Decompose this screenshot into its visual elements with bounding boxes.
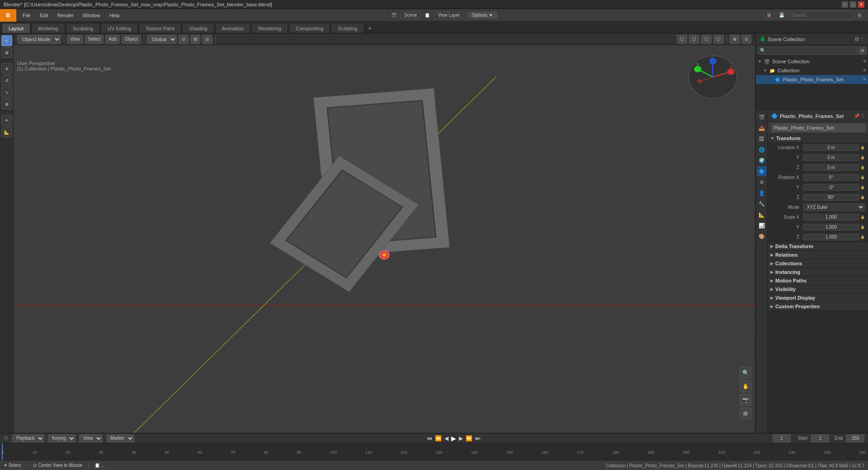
menu-render[interactable]: Render: [53, 9, 78, 21]
rotation-z-lock[interactable]: 🔒: [860, 195, 865, 199]
tab-shading[interactable]: Shading: [182, 23, 214, 33]
transform-space[interactable]: Global: [147, 35, 177, 44]
output-prop-icon[interactable]: 📤: [757, 123, 767, 133]
layout-button[interactable]: ⊞: [764, 12, 774, 19]
rotate-tool[interactable]: ↺: [1, 75, 12, 86]
tab-animation[interactable]: Animation: [215, 23, 251, 33]
outliner-menu-icon[interactable]: ⋮: [860, 36, 865, 42]
location-x-lock[interactable]: 🔒: [860, 146, 865, 150]
scene-prop-icon[interactable]: 🌐: [757, 145, 767, 155]
filter-button[interactable]: ⊟: [854, 12, 864, 19]
location-y-value[interactable]: 0 m: [803, 154, 859, 161]
tab-rendering[interactable]: Rendering: [251, 23, 288, 33]
minimize-button[interactable]: ─: [842, 1, 848, 8]
collections-section-header[interactable]: ▶ Collections: [768, 259, 868, 268]
scale-z-value[interactable]: 1.000: [803, 234, 859, 240]
material-prop-icon[interactable]: 🎨: [757, 231, 767, 241]
viewport-shade-render[interactable]: ⬡: [713, 35, 724, 44]
proportional-edit[interactable]: ◎: [202, 35, 212, 44]
physics-prop-icon[interactable]: 🔧: [757, 199, 767, 209]
menu-file[interactable]: File: [18, 9, 35, 21]
tab-modeling[interactable]: Modeling: [31, 23, 65, 33]
close-button[interactable]: ✕: [858, 1, 864, 8]
options-button[interactable]: Options ▼: [468, 12, 497, 19]
constraints-prop-icon[interactable]: 📐: [757, 210, 767, 220]
select-menu[interactable]: Select: [85, 35, 104, 44]
save-button[interactable]: 💾: [776, 12, 788, 19]
tab-sculpting[interactable]: Sculpting: [66, 23, 100, 33]
jump-end-btn[interactable]: ⏭: [474, 435, 481, 442]
scale-y-value[interactable]: 1.000: [803, 224, 859, 230]
vis-icon-3[interactable]: 👁: [863, 77, 867, 82]
modifier-prop-icon[interactable]: ⚙: [757, 177, 767, 187]
gizmo-toggle[interactable]: ⊕: [730, 35, 740, 44]
snap-toggle[interactable]: ⊞: [190, 35, 200, 44]
view-select[interactable]: View: [79, 434, 103, 442]
rotation-x-lock[interactable]: 🔒: [860, 175, 865, 179]
outliner-item-scene-collection[interactable]: ▼ 🎬 Scene Collection 👁: [756, 57, 868, 66]
scale-x-lock[interactable]: 🔒: [860, 215, 865, 219]
viewport-canvas[interactable]: X Y Z User Perspective (1) Collect: [14, 45, 755, 433]
outliner-item-collection[interactable]: ▼ 📁 Collection 👁: [756, 66, 868, 75]
tab-uv-editing[interactable]: UV Editing: [101, 23, 138, 33]
play-btn[interactable]: ▶: [450, 435, 457, 442]
scale-y-lock[interactable]: 🔒: [860, 225, 865, 229]
visibility-section-header[interactable]: ▶ Visibility: [768, 285, 868, 293]
data-prop-icon[interactable]: 📊: [757, 221, 767, 230]
measure-tool[interactable]: 📐: [1, 127, 12, 137]
outliner-item-frames[interactable]: 🔷 Plastic_Photo_Frames_Set 👁: [756, 75, 868, 84]
render-prop-icon[interactable]: 🎬: [757, 112, 767, 122]
location-y-lock[interactable]: 🔒: [860, 155, 865, 160]
view-layer-prop-icon[interactable]: 🖼: [757, 134, 767, 144]
vis-icon[interactable]: 👁: [863, 59, 867, 64]
object-prop-icon[interactable]: 🔷: [757, 166, 767, 176]
tab-texture-paint[interactable]: Texture Paint: [139, 23, 181, 33]
location-z-lock[interactable]: 🔒: [860, 165, 865, 169]
viewport-shade-solid[interactable]: ⬡: [689, 35, 699, 44]
mode-select[interactable]: Object Mode: [17, 35, 61, 44]
next-keyframe-btn[interactable]: ▶: [458, 435, 464, 442]
overlay-toggle[interactable]: ⊙: [741, 35, 751, 44]
move-tool[interactable]: ✛: [1, 63, 12, 74]
motion-paths-section-header[interactable]: ▶ Motion Paths: [768, 277, 868, 285]
camera-icon[interactable]: 📷: [740, 394, 751, 406]
delta-section-header[interactable]: ▶ Delta Transform: [768, 242, 868, 250]
prop-object-name-input[interactable]: Plastic_Photo_Frames_Set: [771, 124, 865, 132]
add-workspace-button[interactable]: +: [365, 23, 375, 33]
viewport-3d[interactable]: Object Mode View Select Add Object Globa…: [14, 33, 755, 433]
relations-section-header[interactable]: ▶ Relations: [768, 251, 868, 259]
vis-icon-2[interactable]: 👁: [863, 68, 867, 73]
zoom-icon[interactable]: 🔍: [740, 367, 751, 379]
cursor-tool[interactable]: ⊕: [1, 47, 12, 58]
end-frame-input[interactable]: 250: [846, 434, 864, 442]
timeline-track[interactable]: 1 10 20 30 40 50 60 70 80 90 100 110 120…: [0, 443, 868, 460]
prop-menu-icon[interactable]: ⋮: [860, 113, 865, 118]
prev-keyframe-btn[interactable]: ◀: [443, 435, 449, 442]
custom-properties-section-header[interactable]: ▶ Custom Properties: [768, 302, 868, 310]
next-frame-btn[interactable]: ⏩: [465, 435, 473, 442]
outliner-filter-btn[interactable]: ⊟: [859, 47, 867, 55]
scale-tool[interactable]: ⤡: [1, 87, 12, 98]
select-tool[interactable]: ↖: [1, 35, 12, 46]
viewport-display-section-header[interactable]: ▶ Viewport Display: [768, 294, 868, 302]
jump-start-btn[interactable]: ⏮: [426, 435, 433, 442]
object-menu[interactable]: Object: [122, 35, 141, 44]
outliner-search[interactable]: [758, 47, 858, 55]
maximize-button[interactable]: □: [850, 1, 856, 8]
viewport-shade-wire[interactable]: ⬡: [677, 35, 687, 44]
rotation-y-lock[interactable]: 🔒: [860, 185, 865, 189]
view-menu[interactable]: View: [67, 35, 83, 44]
world-prop-icon[interactable]: 🌍: [757, 155, 767, 165]
rotation-x-value[interactable]: 0°: [803, 174, 859, 181]
search-input[interactable]: [789, 11, 853, 19]
tab-scripting[interactable]: Scripting: [331, 23, 364, 33]
viewlayer-selector[interactable]: View Layer: [434, 12, 464, 19]
playback-select[interactable]: Playback: [12, 434, 44, 442]
location-z-value[interactable]: 0 m: [803, 164, 859, 171]
particles-prop-icon[interactable]: 👤: [757, 188, 767, 198]
rotation-z-value[interactable]: 90°: [803, 194, 859, 201]
start-frame-input[interactable]: 1: [811, 434, 829, 442]
scene-selector[interactable]: Scene: [400, 12, 421, 19]
prev-frame-btn[interactable]: ⏪: [434, 435, 443, 442]
rotation-y-value[interactable]: -0°: [803, 184, 859, 191]
